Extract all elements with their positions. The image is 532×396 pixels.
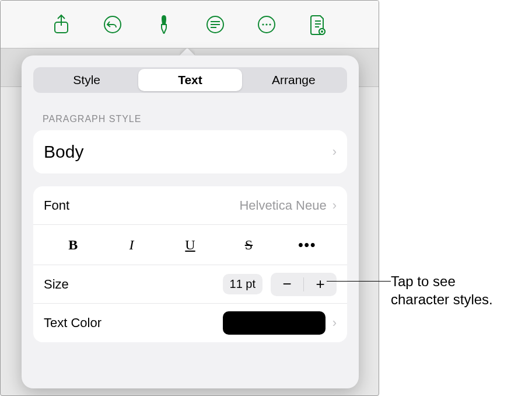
size-row: Size 11 pt − + — [33, 265, 347, 304]
font-label: Font — [44, 198, 239, 213]
size-label: Size — [44, 277, 223, 292]
document-settings-button[interactable] — [304, 11, 332, 39]
svg-point-9 — [321, 30, 323, 33]
format-tabs: Style Text Arrange — [33, 67, 347, 93]
text-color-row[interactable]: Text Color › — [33, 304, 347, 342]
chevron-right-icon: › — [332, 315, 337, 331]
underline-button[interactable]: U — [161, 233, 219, 256]
size-stepper: − + — [271, 273, 337, 296]
tab-style[interactable]: Style — [35, 69, 138, 91]
share-icon — [52, 14, 70, 35]
insert-button[interactable] — [201, 11, 229, 39]
app-window: Style Text Arrange PARAGRAPH STYLE Body … — [0, 0, 379, 396]
svg-point-6 — [269, 23, 271, 25]
callout-leader-line — [327, 281, 391, 282]
font-row[interactable]: Font Helvetica Neue › — [33, 186, 347, 225]
tab-text[interactable]: Text — [138, 69, 242, 91]
svg-point-5 — [265, 23, 267, 25]
callout-text: Tap to see character styles. — [391, 272, 525, 308]
text-color-swatch[interactable] — [223, 311, 326, 335]
text-format-card: Font Helvetica Neue › B I U S ••• Size 1… — [33, 186, 347, 342]
main-toolbar — [1, 1, 379, 48]
chevron-right-icon: › — [332, 144, 337, 159]
size-increase-button[interactable]: + — [304, 273, 337, 296]
italic-button[interactable]: I — [102, 233, 160, 256]
text-color-label: Text Color — [44, 315, 223, 331]
callout-line1: Tap to see — [391, 273, 456, 289]
document-icon — [309, 14, 327, 35]
paragraph-style-card: Body › — [33, 130, 347, 173]
font-value: Helvetica Neue — [239, 198, 326, 213]
tab-arrange[interactable]: Arrange — [242, 69, 345, 91]
character-format-row: B I U S ••• — [33, 225, 347, 265]
format-popover: Style Text Arrange PARAGRAPH STYLE Body … — [22, 55, 359, 388]
bold-button[interactable]: B — [44, 233, 102, 256]
paragraph-style-value: Body — [44, 142, 332, 162]
paragraph-style-section-label: PARAGRAPH STYLE — [43, 114, 338, 124]
format-button[interactable] — [150, 11, 178, 39]
paragraph-style-row[interactable]: Body › — [33, 130, 347, 173]
svg-point-4 — [262, 23, 264, 25]
insert-icon — [205, 15, 225, 34]
size-value[interactable]: 11 pt — [223, 274, 262, 294]
undo-button[interactable] — [99, 11, 127, 39]
chevron-right-icon: › — [332, 198, 337, 213]
undo-icon — [103, 15, 123, 34]
more-button[interactable] — [253, 11, 281, 39]
size-decrease-button[interactable]: − — [271, 273, 303, 296]
paintbrush-icon — [155, 14, 173, 35]
callout-line2: character styles. — [391, 291, 493, 307]
strikethrough-button[interactable]: S — [219, 233, 278, 256]
share-button[interactable] — [47, 11, 75, 39]
more-character-styles-button[interactable]: ••• — [278, 233, 337, 256]
more-circle-icon — [257, 15, 276, 34]
